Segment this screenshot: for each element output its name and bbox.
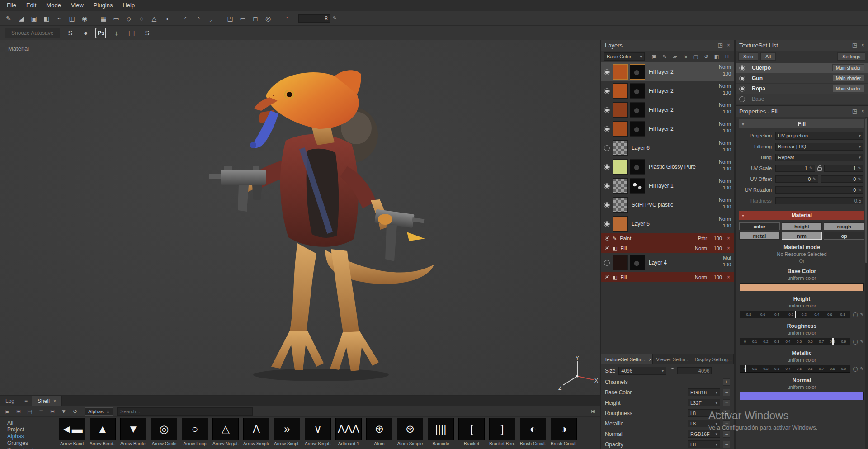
tab-display-settings[interactable]: Display Setting... [691, 354, 734, 364]
menu-mode[interactable]: Mode [41, 0, 66, 11]
remove-effect-icon[interactable]: × [727, 235, 730, 241]
alpha-thumbnail[interactable]: Λ [243, 418, 269, 440]
layer-opacity[interactable]: 100 [712, 204, 731, 209]
camera-button[interactable]: ◎ [262, 13, 274, 24]
size-linked-field[interactable]: 4096 [677, 367, 712, 374]
alpha-thumbnail[interactable]: ⊛ [397, 418, 423, 440]
effect-opacity[interactable]: 100 [710, 246, 722, 251]
uv-offset-x-field[interactable]: 0✎ [775, 175, 818, 183]
add-folder-icon[interactable]: ▱ [671, 52, 679, 61]
metallic-slider[interactable]: 0 0.1 0.2 0.3 0.4 0.5 0.6 0.7 0.8 0.9 [740, 365, 850, 373]
clone-tool[interactable]: ◫ [66, 13, 78, 24]
blend-mode[interactable]: Norm [712, 159, 731, 165]
close-icon[interactable]: × [649, 357, 651, 362]
layer-thumbnail[interactable] [613, 197, 628, 213]
undo-icon[interactable]: ↺ [71, 407, 80, 416]
alpha-thumbnail[interactable]: ◑ [551, 418, 577, 440]
layer-name[interactable]: Fill layer 1 [647, 183, 712, 189]
layer-visibility-toggle[interactable] [604, 260, 610, 266]
add-shelf-icon[interactable]: ⊞ [14, 407, 23, 416]
close-icon[interactable]: × [861, 42, 864, 48]
effect-name[interactable]: Fill [620, 246, 690, 251]
layer-thumbnail[interactable] [613, 140, 628, 156]
color-picker-icon[interactable]: ◯ [853, 339, 858, 344]
settings-button[interactable]: Settings [837, 52, 865, 61]
fill-section-header[interactable]: ▾Fill [739, 119, 864, 128]
pencil-icon[interactable]: ✎ [858, 177, 861, 181]
symmetry-tool[interactable]: ◑ [161, 13, 173, 24]
remove-effect-icon[interactable]: × [727, 245, 730, 251]
add-mask-icon[interactable]: ▣ [650, 52, 658, 61]
shelf-item[interactable]: ⊛Atom Simple [397, 418, 423, 449]
brush-size-field[interactable]: 8 [298, 14, 330, 23]
grid-view-icon[interactable]: ⊞ [589, 407, 598, 416]
base-color-swatch[interactable] [740, 283, 864, 291]
blend-mode[interactable]: Norm [712, 83, 731, 89]
menu-view[interactable]: View [66, 0, 89, 11]
eraser-tool[interactable]: ◪ [15, 13, 27, 24]
channel-format-dropdown[interactable]: RGB16▾ [688, 388, 720, 396]
layer-opacity[interactable]: 100 [712, 90, 731, 95]
remove-channel-button[interactable]: − [723, 389, 730, 396]
layer-name[interactable]: Fill layer 2 [647, 88, 712, 94]
channel-format-dropdown[interactable]: L8▾ [688, 420, 720, 427]
lock-icon[interactable] [670, 370, 674, 373]
close-icon[interactable]: × [727, 42, 730, 48]
shelf-item[interactable]: ΛΛΛArtboard 1 [335, 418, 362, 449]
falloff-c-button[interactable]: ◞ [205, 13, 217, 24]
mask-thumbnail[interactable] [630, 102, 645, 118]
pop-out-icon[interactable]: ◳ [852, 108, 857, 114]
filter-chip-alphas[interactable]: Alphas× [85, 407, 113, 416]
layer-opacity[interactable]: 100 [712, 109, 731, 114]
effect-visibility-toggle[interactable] [605, 275, 609, 279]
list-view-icon[interactable]: ≣ [37, 407, 46, 416]
lock-icon[interactable] [817, 167, 822, 171]
slider-handle[interactable] [745, 365, 746, 372]
blend-mode[interactable]: Norm [712, 64, 731, 70]
shelf-item[interactable]: ||||Barcode [428, 418, 454, 449]
channel-format-dropdown[interactable]: L8▾ [688, 409, 720, 417]
view-3d2d-toggle[interactable]: ◰ [224, 13, 236, 24]
magic-wand-tool[interactable]: △ [148, 13, 160, 24]
color-picker-icon[interactable]: ◯ [853, 312, 858, 317]
pop-out-icon[interactable]: ◳ [718, 42, 723, 48]
alpha-thumbnail[interactable]: ◄▬ [59, 418, 85, 440]
channel-format-dropdown[interactable]: RGB16F▾ [688, 430, 720, 438]
effect-visibility-toggle[interactable] [605, 246, 609, 250]
layer-visibility-toggle[interactable] [604, 183, 610, 189]
shelf-item[interactable]: ⊛Atom [366, 418, 392, 449]
slider-handle[interactable] [795, 311, 796, 318]
blend-mode[interactable]: Norm [693, 274, 707, 280]
layer-thumbnail[interactable] [613, 159, 628, 175]
all-button[interactable]: All [760, 52, 776, 61]
snooze-autosave-button[interactable]: Snooze Autosave [5, 28, 60, 38]
textureset-row-cuerpo[interactable]: Cuerpo Main shader [736, 63, 868, 73]
layer-effect-row[interactable]: ◧ Fill Norm 100 × [601, 272, 734, 282]
layer-visibility-toggle[interactable] [604, 107, 610, 113]
layer-thumbnail[interactable] [613, 64, 628, 80]
mask-thumbnail[interactable] [630, 83, 645, 99]
channel-format-dropdown[interactable]: L8▾ [688, 440, 720, 448]
channel-toggle-rough[interactable]: rough [824, 222, 864, 230]
polygon-select-tool[interactable]: ◇ [123, 13, 135, 24]
pencil-icon[interactable]: ✎ [333, 15, 337, 21]
layer-effect-row[interactable]: ◧ Fill Norm 100 × [601, 243, 734, 253]
layer-thumbnail[interactable] [613, 102, 628, 118]
lasso-select-tool[interactable]: ◌ [136, 13, 147, 24]
size-dropdown[interactable]: 4096▾ [618, 367, 666, 375]
slider-handle[interactable] [832, 338, 834, 345]
close-icon[interactable]: × [861, 108, 864, 114]
shelf-item[interactable]: △Arrow Negat... [212, 418, 239, 449]
pencil-icon[interactable]: ✎ [660, 52, 669, 61]
channel-toggle-metal[interactable]: metal [739, 232, 780, 240]
main-shader-button[interactable]: Main shader [832, 85, 864, 92]
color-picker-icon[interactable]: ◯ [853, 366, 858, 371]
alpha-thumbnail[interactable]: ] [489, 418, 515, 440]
channel-toggle-op[interactable]: op [824, 232, 864, 240]
tab-log[interactable]: Log [0, 396, 20, 406]
layer-visibility-toggle[interactable] [604, 202, 610, 208]
delete-layer-icon[interactable]: ⊔ [723, 52, 731, 61]
character-model[interactable] [181, 56, 461, 390]
blend-mode[interactable]: Norm [712, 140, 731, 146]
alpha-thumbnail[interactable]: ⊛ [366, 418, 392, 440]
